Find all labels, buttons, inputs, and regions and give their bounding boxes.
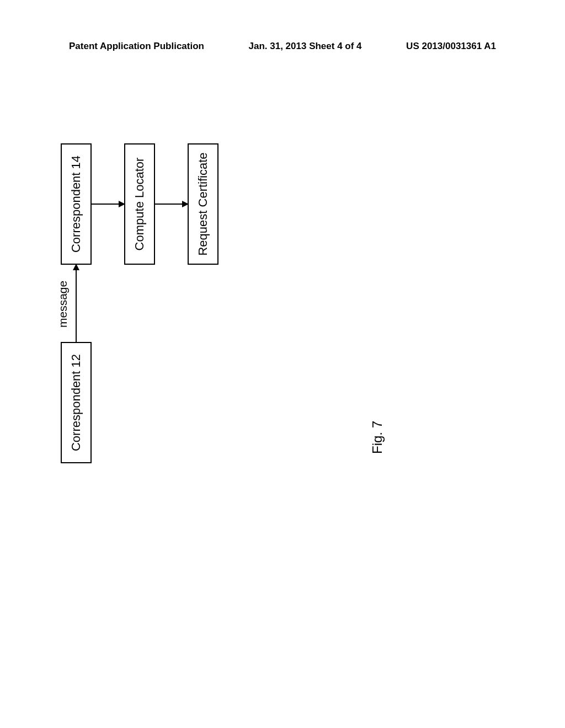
message-label: message: [56, 281, 70, 328]
page-header: Patent Application Publication Jan. 31, …: [0, 41, 565, 52]
box-correspondent-14: Correspondent 14: [61, 143, 92, 265]
box-label: Compute Locator: [132, 158, 147, 251]
box-request-certificate: Request Certificate: [188, 143, 218, 265]
box-label: Correspondent 12: [69, 354, 83, 451]
arrow-message: [76, 265, 77, 342]
box-compute-locator: Compute Locator: [124, 143, 155, 265]
arrow-to-compute-locator: [92, 204, 124, 205]
box-label: Correspondent 14: [69, 156, 83, 253]
arrow-to-request-certificate: [155, 204, 188, 205]
header-publication-number: US 2013/0031361 A1: [406, 41, 496, 52]
box-label: Request Certificate: [196, 152, 210, 255]
flowchart-diagram: Correspondent 12 message Correspondent 1…: [61, 154, 392, 463]
header-date-sheet: Jan. 31, 2013 Sheet 4 of 4: [249, 41, 362, 52]
header-publication-type: Patent Application Publication: [69, 41, 204, 52]
figure-label: Fig. 7: [370, 421, 385, 454]
box-correspondent-12: Correspondent 12: [61, 342, 92, 463]
